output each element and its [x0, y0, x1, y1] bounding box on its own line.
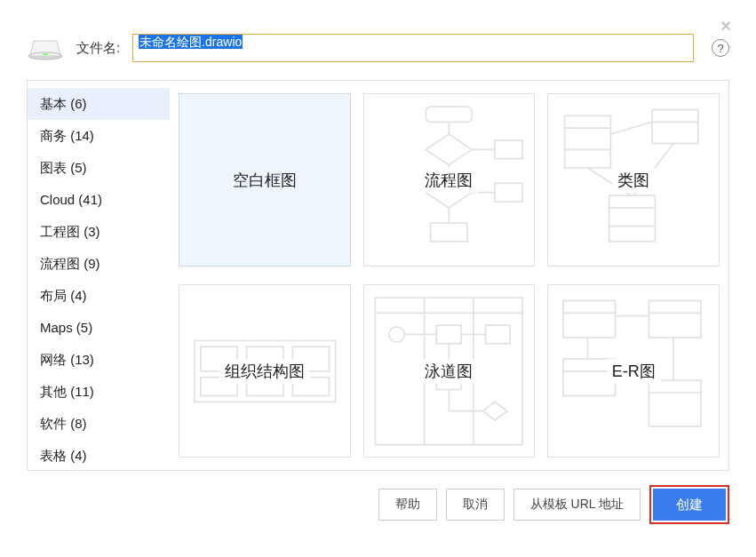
create-button-highlight: 创建	[649, 485, 729, 524]
template-class[interactable]: 类图	[547, 93, 720, 267]
svg-rect-20	[609, 195, 656, 242]
new-diagram-dialog: × 文件名: 未命名绘图.drawio ? 基本 (6)商务 (14)图表 (5…	[0, 0, 756, 557]
sidebar-item-9[interactable]: 其他 (11)	[28, 376, 170, 408]
template-label: 类图	[612, 168, 655, 193]
svg-point-36	[389, 326, 404, 341]
sidebar-item-1[interactable]: 商务 (14)	[28, 120, 170, 152]
sidebar-item-6[interactable]: 布局 (4)	[28, 280, 170, 312]
svg-rect-2	[43, 53, 48, 55]
template-label: 泳道图	[419, 359, 478, 384]
sidebar-item-4[interactable]: 工程图 (3)	[28, 216, 170, 248]
sidebar-item-5[interactable]: 流程图 (9)	[28, 248, 170, 280]
drive-icon	[27, 36, 64, 60]
svg-marker-43	[482, 402, 507, 420]
sidebar-item-8[interactable]: 网络 (13)	[28, 344, 170, 376]
template-er[interactable]: E-R图	[547, 284, 720, 458]
svg-rect-14	[565, 115, 611, 168]
cancel-button[interactable]: 取消	[446, 489, 505, 521]
template-label: 流程图	[419, 168, 478, 193]
filename-input[interactable]: 未命名绘图.drawio	[132, 34, 694, 62]
sidebar-item-10[interactable]: 软件 (8)	[28, 408, 170, 440]
svg-rect-17	[652, 109, 698, 143]
svg-rect-48	[649, 300, 701, 337]
template-blank[interactable]: 空白框图	[179, 93, 351, 267]
header-row: 文件名: 未命名绘图.drawio ?	[27, 34, 729, 62]
from-template-url-button[interactable]: 从模板 URL 地址	[513, 489, 641, 521]
template-swim[interactable]: 泳道图	[363, 284, 536, 458]
svg-rect-7	[495, 140, 522, 159]
svg-rect-13	[431, 223, 467, 242]
svg-line-19	[610, 122, 652, 134]
template-label: 组织结构图	[219, 359, 310, 384]
sidebar-item-3[interactable]: Cloud (41)	[28, 184, 170, 216]
template-label: E-R图	[607, 359, 661, 384]
template-label: 空白框图	[227, 168, 302, 193]
help-icon[interactable]: ?	[712, 39, 729, 57]
svg-rect-38	[486, 325, 511, 344]
main-box: 基本 (6)商务 (14)图表 (5)Cloud (41)工程图 (3)流程图 …	[27, 80, 729, 471]
sidebar-item-2[interactable]: 图表 (5)	[28, 152, 170, 184]
footer-row: 帮助 取消 从模板 URL 地址 创建	[27, 485, 729, 524]
sidebar-item-7[interactable]: Maps (5)	[28, 312, 170, 344]
sidebar-item-11[interactable]: 表格 (4)	[28, 440, 170, 470]
help-button[interactable]: 帮助	[378, 489, 437, 521]
filename-label: 文件名:	[76, 40, 120, 57]
svg-rect-11	[495, 183, 522, 202]
template-flow[interactable]: 流程图	[363, 93, 536, 267]
template-grid: 空白框图流程图类图组织结构图泳道图E-R图	[170, 81, 728, 470]
svg-rect-37	[437, 325, 462, 344]
category-sidebar: 基本 (6)商务 (14)图表 (5)Cloud (41)工程图 (3)流程图 …	[28, 81, 170, 470]
create-button[interactable]: 创建	[653, 489, 726, 521]
svg-marker-5	[426, 134, 473, 165]
close-icon[interactable]: ×	[720, 16, 731, 36]
svg-rect-54	[649, 380, 701, 426]
svg-rect-46	[563, 300, 616, 337]
sidebar-item-0[interactable]: 基本 (6)	[28, 88, 170, 120]
template-org[interactable]: 组织结构图	[179, 284, 351, 458]
svg-rect-3	[426, 107, 473, 122]
